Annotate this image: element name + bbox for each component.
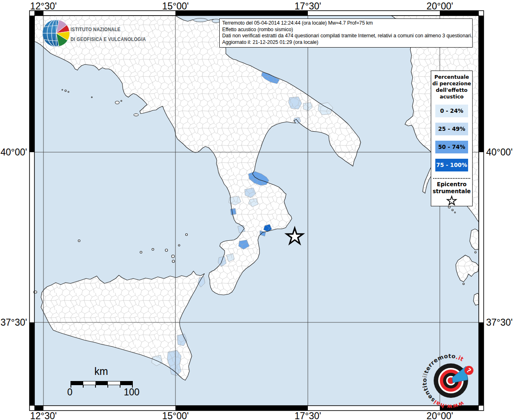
axis-label-bottom-3: 17°30' [295,411,321,420]
event-effect: Effetto acustico (rombo sismico) [222,27,470,33]
legend-title: Percentuale di percezione dell'effetto a… [431,71,472,100]
map-page: 12°30' 15°00' 17°30' 20°00' 12°30' 15°00… [0,0,514,420]
lagoon-varano [212,19,220,23]
scale-segment [96,381,108,385]
ingv-logo [41,19,71,48]
scale-bar-bar [71,381,133,385]
scale-max-label: 100 [124,387,139,398]
legend-swatch-0-24: 0 - 24% [435,105,468,117]
legend-swatch-50-74: 50 - 74% [435,141,468,153]
ingv-name-line1: ISTITUTO NAZIONALE [71,27,121,32]
legend-swatch-25-49: 25 - 49% [435,123,468,135]
legend-star-icon [446,195,458,206]
legend-title-line: acustico [431,94,472,100]
axis-label-bottom-4: 20°00' [427,411,453,420]
axis-label-top-2: 15°00' [162,1,189,12]
axis-label-left-37: 37°30' [0,317,27,328]
scale-segment [71,381,83,385]
axis-label-right-40: 40°00' [486,147,513,158]
scale-segment [120,381,132,385]
legend-divider [433,178,470,179]
legend-title-line: Percentuale [431,74,472,80]
event-info-box: Terremoto del 05-04-2014 12:24:44 (ora l… [219,18,473,48]
event-data-note: Dati non verificati estratti da 474 ques… [222,33,470,39]
scale-tick [107,385,108,388]
scale-min-label: 0 [67,387,73,398]
axis-label-top-3: 17°30' [295,1,321,12]
legend-epicenter-line: strumentale [431,188,472,195]
axis-label-right-37: 37°30' [486,317,513,328]
axis-label-bottom-1: 12°30' [30,411,57,420]
axis-label-bottom-2: 15°00' [162,411,189,420]
scale-tick [95,385,96,388]
watermark-www: www.hai [432,399,465,410]
event-updated-at: Aggiornato il: 21-12-2025 01:29 (ora loc… [222,39,470,46]
legend-title-line: dell'effetto [431,87,472,94]
legend: Percentuale di percezione dell'effetto a… [431,71,473,206]
legend-title-line: di percezione [431,80,472,87]
scale-tick [120,385,121,388]
scale-bar: km 0 100 [62,365,140,385]
bullseye-icon [434,363,468,398]
legend-epicenter-label: Epicentro strumentale [431,181,472,195]
event-title: Terremoto del 05-04-2014 12:24:44 (ora l… [222,20,470,27]
lagoon-lesina [193,18,207,22]
scale-segment [108,381,120,385]
axis-label-left-40: 40°00' [0,147,27,158]
haisentitoilterremoto-logo: ? www.haisentitoilterremoto.it [418,349,484,410]
question-mark-badge: ? [464,366,473,375]
scale-bar-unit: km [62,365,140,377]
axis-label-top-4: 20°00' [427,1,453,12]
watermark-it: .it [455,354,465,363]
legend-epicenter-line: Epicentro [431,181,472,188]
legend-swatch-75-100: 75 - 100% [435,159,468,171]
globe-sectors [56,20,70,47]
scale-segment [83,381,96,385]
axis-label-top-1: 12°30' [30,1,57,12]
scale-tick [83,385,84,388]
ingv-name-line2: DI GEOFISICA E VULCANOLOGIA [71,37,146,42]
